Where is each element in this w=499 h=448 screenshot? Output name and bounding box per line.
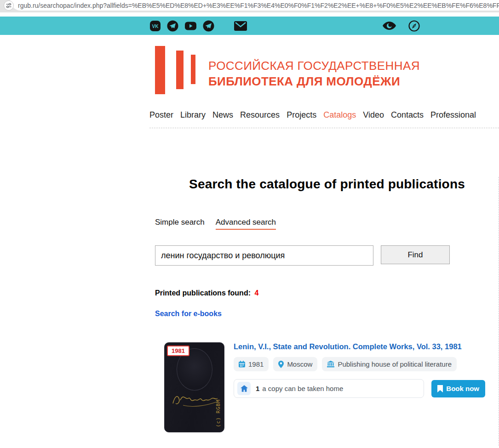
ebooks-search-link[interactable]: Search for e-books: [155, 310, 222, 318]
result-card: (c) RGBM 1981 Lenin, V.I., State and Rev…: [164, 342, 485, 432]
svg-text:VK: VK: [152, 24, 159, 29]
nav-item-contacts[interactable]: Contacts: [391, 110, 424, 120]
main-nav: Poster Library News Resources Projects C…: [149, 110, 499, 128]
nav-item-projects[interactable]: Projects: [287, 110, 316, 120]
compass-icon[interactable]: [408, 20, 420, 32]
social-bar: VK: [0, 17, 499, 35]
bookmark-icon: [437, 385, 443, 392]
publisher-badge-label: Publishing house of political literature: [338, 360, 452, 368]
city-badge-label: Moscow: [287, 360, 312, 368]
city-badge: Moscow: [273, 357, 317, 371]
home-icon: [237, 382, 251, 395]
site-settings-icon[interactable]: [4, 0, 14, 11]
book-cover[interactable]: (c) RGBM 1981: [164, 342, 224, 432]
nav-item-video[interactable]: Video: [363, 110, 384, 120]
logo-line-1: РОССИЙСКАЯ ГОСУДАРСТВЕННАЯ: [208, 59, 420, 73]
catalogue-panel: Search the catalogue of printed publicat…: [150, 177, 499, 446]
browser-url-bar: rgub.ru/searchopac/index.php?allfields=%…: [0, 0, 499, 12]
telegram-icon[interactable]: [203, 20, 214, 32]
eye-icon[interactable]: [382, 21, 396, 31]
availability-text: a copy can be taken home: [262, 385, 343, 392]
youtube-icon[interactable]: [184, 20, 197, 32]
nav-item-professional[interactable]: Professional: [430, 110, 476, 120]
year-badge-label: 1981: [248, 360, 264, 368]
book-now-label: Book now: [446, 385, 479, 392]
page-title: Search the catalogue of printed publicat…: [150, 177, 485, 192]
logo-line-2: БИБЛИОТЕКА ДЛЯ МОЛОДЁЖИ: [208, 74, 420, 89]
book-title-link[interactable]: Lenin, V.I., State and Revolution. Compl…: [234, 342, 462, 351]
calendar-icon: [239, 361, 245, 368]
library-logo-text[interactable]: РОССИЙСКАЯ ГОСУДАРСТВЕННАЯ БИБЛИОТЕКА ДЛ…: [208, 59, 420, 97]
library-logo-icon[interactable]: [155, 46, 195, 97]
nav-item-library[interactable]: Library: [180, 110, 206, 120]
results-count-line: Printed publications found: 4: [155, 289, 485, 297]
nav-item-poster[interactable]: Poster: [149, 110, 173, 120]
bank-icon: [327, 361, 334, 368]
nav-item-catalogs[interactable]: Catalogs: [323, 110, 356, 120]
badge-row: 1981 Moscow: [234, 357, 485, 371]
publisher-badge: Publishing house of political literature: [322, 357, 457, 371]
search-input[interactable]: [155, 245, 373, 266]
availability-box: 1 a copy can be taken home: [234, 379, 424, 398]
search-tabs: Simple search Advanced search: [155, 218, 485, 230]
signature-decoration: [169, 386, 220, 410]
cover-year-label: 1981: [167, 346, 189, 356]
tab-simple-search[interactable]: Simple search: [155, 218, 205, 230]
nav-item-resources[interactable]: Resources: [240, 110, 280, 120]
cover-credit-text: (c) RGBM: [215, 399, 221, 427]
email-icon[interactable]: [234, 21, 247, 31]
book-now-button[interactable]: Book now: [431, 380, 485, 397]
site-header: РОССИЙСКАЯ ГОСУДАРСТВЕННАЯ БИБЛИОТЕКА ДЛ…: [0, 46, 499, 97]
availability-count: 1: [256, 385, 259, 392]
year-badge: 1981: [234, 357, 269, 371]
results-count-value: 4: [254, 289, 258, 297]
results-count-label: Printed publications found:: [155, 289, 251, 297]
url-text[interactable]: rgub.ru/searchopac/index.php?allfields=%…: [18, 2, 499, 9]
tab-advanced-search[interactable]: Advanced search: [216, 218, 276, 230]
map-pin-icon: [278, 361, 284, 368]
telegram-icon[interactable]: [167, 20, 178, 32]
find-button[interactable]: Find: [381, 245, 450, 264]
nav-item-news[interactable]: News: [212, 110, 233, 120]
vk-icon[interactable]: VK: [149, 20, 161, 32]
